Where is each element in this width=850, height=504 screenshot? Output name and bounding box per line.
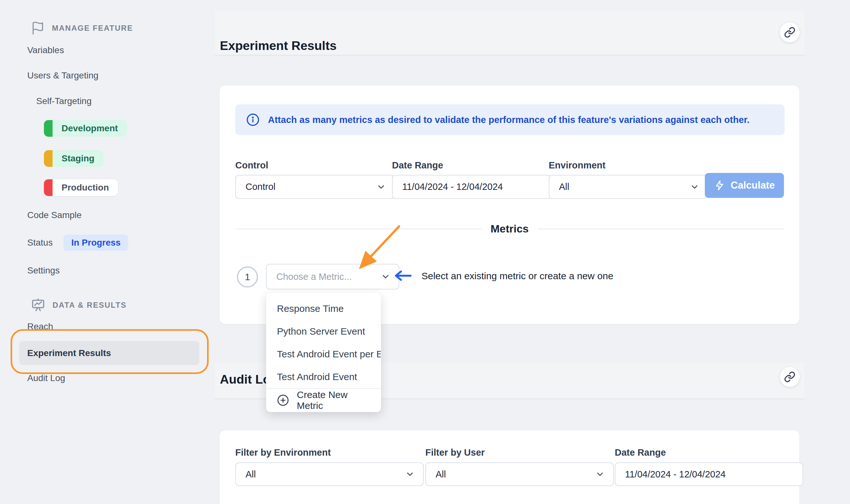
environment-label: Development [53,123,127,133]
experiment-results-header-band: Experiment Results [215,11,805,55]
link-icon [784,371,796,383]
sidebar-item-reach[interactable]: Reach [27,320,53,334]
filter-user-value: All [436,469,446,480]
filter-environment-select[interactable]: All [235,462,424,486]
data-results-label: DATA & RESULTS [53,301,127,310]
filter-date-range-value: 11/04/2024 - 12/04/2024 [625,469,726,480]
step-number-text: 1 [245,272,250,283]
sidebar-item-settings[interactable]: Settings [27,264,59,277]
create-new-metric-label: Create New Metric [297,389,370,411]
environment-label: Staging [53,154,104,164]
link-icon [784,26,796,38]
blue-left-arrow-icon [393,269,413,282]
environment-color-bar [44,120,53,137]
sidebar-item-code-sample[interactable]: Code Sample [27,208,82,222]
chevron-down-icon [690,182,699,192]
experiment-results-card: Attach as many metrics as desired to val… [220,86,799,324]
app-root: MANAGE FEATURE Variables Users & Targeti… [0,0,850,504]
plus-circle-icon [277,394,289,406]
info-icon [246,113,260,126]
manage-feature-label: MANAGE FEATURE [52,24,133,33]
metric-step-number: 1 [237,266,258,288]
chevron-down-icon [595,469,605,479]
copy-link-button[interactable] [780,22,800,42]
control-label: Control [235,160,268,171]
page-title: Experiment Results [220,39,336,53]
metric-dropdown-menu: Response Time Python Server Event Test A… [266,292,381,412]
divider-line [235,229,481,229]
calculate-button-label: Calculate [731,180,775,191]
environment-badge-development[interactable]: Development [44,120,127,137]
environment-label: Production [53,182,118,193]
metrics-heading: Metrics [490,222,528,235]
create-new-metric-option[interactable]: Create New Metric [266,389,381,412]
metric-option[interactable]: Python Server Event [266,320,381,343]
control-select-value: Control [245,182,276,192]
info-banner: Attach as many metrics as desired to val… [235,104,785,135]
chevron-down-icon [376,182,386,192]
choose-metric-placeholder: Choose a Metric... [276,272,352,282]
flag-icon [31,21,45,35]
chevron-down-icon [381,272,391,282]
filter-date-range-label: Date Range [615,447,666,458]
divider-line [538,229,784,229]
sidebar-item-users-targeting[interactable]: Users & Targeting [27,69,99,83]
copy-link-button[interactable] [780,367,800,387]
environment-color-bar [44,150,53,167]
date-range-label: Date Range [392,160,443,171]
filter-environment-label: Filter by Environment [235,447,331,458]
calculate-button[interactable]: Calculate [705,173,784,198]
date-range-input[interactable]: 11/04/2024 - 12/04/2024 [392,175,552,199]
audit-log-filter-card: Filter by Environment Filter by User Dat… [220,430,799,504]
sidebar: MANAGE FEATURE Variables Users & Targeti… [0,0,215,504]
filter-user-label: Filter by User [425,447,485,458]
choose-metric-select[interactable]: Choose a Metric... [266,264,399,289]
filter-environment-value: All [245,469,256,480]
status-label: Status [27,238,53,248]
environment-select[interactable]: All [549,175,708,199]
metric-option[interactable]: Test Android Event per Ev [266,343,381,365]
manage-feature-section-header: MANAGE FEATURE [31,21,133,35]
environment-badge-staging[interactable]: Staging [44,150,104,167]
environment-select-value: All [559,182,569,192]
presentation-chart-icon [31,298,46,312]
environment-badge-production[interactable]: Production [44,179,118,196]
sidebar-item-variables[interactable]: Variables [27,43,64,57]
status-badge: In Progress [64,235,128,251]
sidebar-status-row: Status In Progress [27,235,128,251]
date-range-value: 11/04/2024 - 12/04/2024 [402,182,503,192]
metric-option[interactable]: Test Android Event [266,365,381,388]
metrics-section-divider: Metrics [235,222,784,235]
environment-color-bar [44,179,53,196]
filter-user-select[interactable]: All [425,462,614,486]
sidebar-item-audit-log[interactable]: Audit Log [27,371,65,385]
environment-label: Environment [549,160,605,171]
filter-date-range-input[interactable]: 11/04/2024 - 12/04/2024 [615,462,803,486]
info-banner-text: Attach as many metrics as desired to val… [268,115,750,125]
metric-option[interactable]: Response Time [266,297,381,320]
metric-helper-text: Select an existing metric or create a ne… [421,271,613,282]
control-select[interactable]: Control [235,175,395,199]
sidebar-item-experiment-results[interactable]: Experiment Results [27,346,111,360]
chevron-down-icon [405,469,415,479]
lightning-icon [714,180,725,191]
sidebar-item-self-targeting[interactable]: Self-Targeting [36,94,92,108]
data-results-section-header: DATA & RESULTS [31,298,127,312]
